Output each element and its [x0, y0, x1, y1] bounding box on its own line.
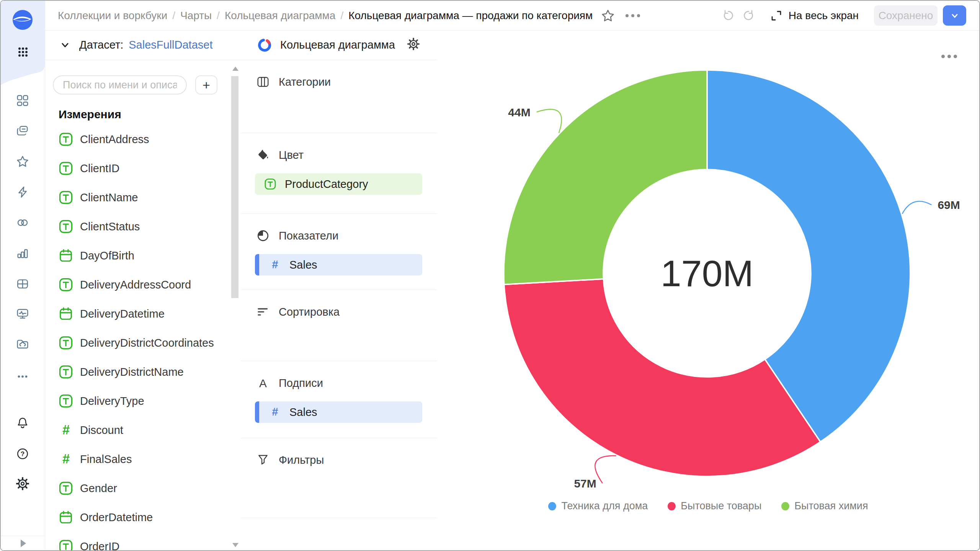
paint-icon	[256, 148, 270, 161]
chart-type-title: Кольцевая диаграмма	[280, 39, 407, 51]
legend-item[interactable]: Бытовая химия	[781, 500, 868, 512]
save-dropdown-button[interactable]	[943, 5, 966, 26]
undo-icon[interactable]	[721, 9, 734, 22]
pie-icon	[256, 229, 270, 242]
section-label: Фильтры	[279, 454, 324, 466]
field-row[interactable]: OrderDatetime	[45, 503, 230, 532]
chip-label: ProductCategory	[285, 178, 368, 191]
field-name: ClientID	[80, 162, 119, 175]
label-connector	[537, 109, 562, 133]
dataset-name-link[interactable]: SalesFullDataset	[129, 39, 212, 51]
redo-icon[interactable]	[743, 9, 756, 22]
field-chip[interactable]: ProductCategory	[255, 173, 422, 195]
title-more-menu-icon[interactable]	[626, 14, 640, 17]
svg-text:#: #	[62, 423, 70, 437]
field-row[interactable]: DeliveryDistrictCoordinates	[45, 328, 230, 357]
monitor-icon[interactable]	[16, 307, 29, 320]
config-section-pie[interactable]: Показатели#Sales	[241, 214, 437, 290]
svg-text:A: A	[259, 377, 267, 390]
field-list: ClientAddressClientIDClientNameClientSta…	[45, 125, 230, 550]
scroll-up-arrow-icon[interactable]	[232, 67, 238, 71]
chart-settings-gear-icon[interactable]	[407, 38, 422, 52]
field-row[interactable]: DeliveryDatetime	[45, 299, 230, 328]
donut-chart: Техника для дома: 69MБытовые товары: 57M…	[437, 30, 979, 550]
fullscreen-icon[interactable]	[770, 10, 782, 22]
field-type-text-icon	[59, 161, 73, 176]
field-row[interactable]: DeliveryAddressCoord	[45, 270, 230, 299]
field-type-text-icon	[264, 178, 276, 190]
field-type-text-icon	[59, 132, 73, 147]
svg-text:#: #	[272, 406, 278, 418]
datalens-logo-icon[interactable]	[12, 9, 33, 31]
slice-data-label: 44M	[508, 106, 530, 119]
dataset-collapse-chevron-icon[interactable]	[59, 39, 71, 51]
field-name: DeliveryType	[80, 395, 144, 408]
config-section-paint[interactable]: ЦветProductCategory	[241, 133, 437, 214]
field-type-text-icon	[59, 394, 73, 408]
legend-item[interactable]: Бытовые товары	[668, 500, 761, 512]
field-row[interactable]: DeliveryType	[45, 386, 230, 416]
field-type-text-icon	[59, 336, 73, 350]
donut-slice[interactable]: Бытовые товары: 57M	[504, 279, 820, 476]
bar-chart-icon[interactable]	[16, 247, 29, 260]
field-search-input[interactable]	[53, 75, 187, 95]
expand-icon[interactable]	[18, 538, 28, 548]
breadcrumb-link[interactable]: Кольцевая диаграмма	[225, 10, 336, 22]
legend-item[interactable]: Техника для дома	[548, 500, 648, 512]
field-chip[interactable]: #Sales	[255, 254, 422, 276]
folder-icon[interactable]	[16, 338, 29, 351]
saved-button[interactable]: Сохранено	[874, 5, 938, 26]
section-header: AПодписи	[255, 361, 437, 390]
bell-icon[interactable]	[16, 417, 29, 430]
svg-text:#: #	[62, 452, 70, 466]
field-row[interactable]: ClientStatus	[45, 212, 230, 241]
fullscreen-label[interactable]: На весь экран	[789, 10, 859, 22]
field-row[interactable]: ClientAddress	[45, 125, 230, 154]
header-actions: На весь экран Сохранено	[721, 5, 966, 26]
layers-icon[interactable]	[16, 124, 29, 137]
chevron-down-icon	[950, 11, 960, 21]
field-type-text-icon	[59, 219, 73, 234]
apps-grid-icon[interactable]	[16, 46, 29, 59]
field-name: DeliveryAddressCoord	[80, 279, 191, 291]
field-type-number-icon: #	[269, 259, 281, 271]
star-icon[interactable]	[16, 155, 29, 168]
page-title: Кольцевая диаграмма — продажи по категор…	[348, 10, 593, 22]
scroll-down-arrow-icon[interactable]	[232, 543, 238, 547]
field-row[interactable]: DayOfBirth	[45, 241, 230, 270]
donut-chart-type-icon[interactable]	[256, 37, 273, 53]
config-section-filter[interactable]: Фильтры	[241, 438, 437, 518]
rings-icon[interactable]	[16, 216, 29, 229]
more-icon[interactable]	[16, 370, 29, 383]
config-section-labels[interactable]: AПодписи#Sales	[241, 361, 437, 438]
field-name: ClientAddress	[80, 133, 149, 146]
donut-center-total: 170M	[661, 253, 754, 294]
scrollbar-thumb[interactable]	[231, 76, 238, 298]
field-row[interactable]: ClientID	[45, 154, 230, 183]
field-name: DeliveryDatetime	[80, 308, 165, 320]
favorite-star-icon[interactable]	[601, 9, 615, 23]
breadcrumb-link[interactable]: Коллекции и воркбуки	[58, 10, 167, 22]
breadcrumb-link[interactable]: Чарты	[180, 10, 212, 22]
config-header: Кольцевая диаграмма	[241, 30, 437, 60]
config-section-columns[interactable]: Категории	[241, 60, 437, 133]
field-chip[interactable]: #Sales	[255, 401, 422, 423]
svg-text:#: #	[272, 259, 278, 271]
field-row[interactable]: #Discount	[45, 416, 230, 445]
field-row[interactable]: DeliveryDistrictName	[45, 357, 230, 386]
field-name: OrderDatetime	[80, 511, 153, 524]
lightning-icon[interactable]	[16, 186, 29, 199]
tiles-icon[interactable]	[16, 94, 29, 107]
field-row[interactable]: Gender	[45, 474, 230, 503]
field-row[interactable]: ClientName	[45, 183, 230, 212]
settings-icon[interactable]	[16, 477, 29, 490]
config-sections: КатегорииЦветProductCategoryПоказатели#S…	[241, 60, 437, 518]
legend-dot-icon	[668, 502, 676, 510]
add-field-button[interactable]: +	[195, 75, 217, 95]
field-row[interactable]: OrderID	[45, 532, 230, 550]
dataset-toolbar: +	[53, 75, 217, 95]
field-row[interactable]: #FinalSales	[45, 445, 230, 474]
help-icon[interactable]: ?	[16, 447, 29, 460]
config-section-sort[interactable]: Сортировка	[241, 290, 437, 361]
table-icon[interactable]	[16, 277, 29, 290]
